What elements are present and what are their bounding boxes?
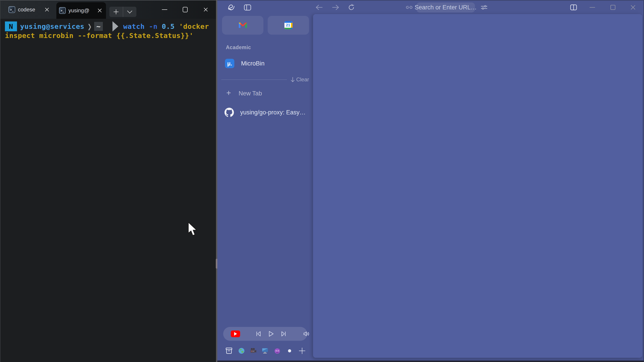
- arrow-down-icon: [290, 77, 295, 82]
- terminal-tab-label: yusing@: [68, 7, 90, 14]
- prompt-user-host: yusing@services: [20, 22, 84, 30]
- sidebar-toggle-icon[interactable]: [242, 1, 253, 14]
- tab-go-proxy[interactable]: yusing/go-proxy: Easy…: [222, 106, 308, 119]
- archived-tabs-icon[interactable]: [224, 344, 234, 358]
- plus-icon: +: [226, 88, 231, 98]
- terminal-tab-codese[interactable]: >_ codese: [6, 0, 53, 19]
- minimize-icon: [590, 7, 595, 7]
- gmail-icon: [238, 22, 247, 28]
- chevron-down-icon: [127, 8, 132, 13]
- command-value: 0.5: [162, 22, 175, 30]
- close-icon: [204, 7, 208, 12]
- workspace-movie-camera-icon[interactable]: [248, 344, 258, 358]
- browser-minimize-button[interactable]: [587, 1, 598, 14]
- workspace-label: Academic: [226, 44, 251, 50]
- workspace-devil-icon[interactable]: [272, 344, 282, 358]
- tab-actions-group: [109, 7, 136, 17]
- browser-toolbar: Search or Enter URL…: [217, 1, 644, 14]
- browser-sidebar: 21 Academic µ. MicroBin Clear + New: [217, 14, 313, 362]
- clear-tabs-button[interactable]: Clear: [290, 76, 309, 83]
- prompt-arrow-icon: [112, 21, 118, 31]
- clear-row: Clear: [222, 77, 309, 82]
- command-string: 'docker: [179, 22, 209, 30]
- terminal-body[interactable]: N yusing@services ❯ ~ watch -n 0.5 'dock…: [0, 19, 216, 362]
- terminal-tab-label: codese: [18, 6, 35, 13]
- browser-content-pane[interactable]: [313, 14, 642, 358]
- window-bottom-edge: [217, 360, 644, 362]
- workspace-current-indicator[interactable]: [285, 344, 294, 358]
- workspace-strip: [217, 344, 313, 358]
- reload-button[interactable]: [346, 1, 356, 14]
- url-bar[interactable]: Search or Enter URL…: [416, 2, 475, 12]
- terminal-prompt-line: N yusing@services ❯ ~ watch -n 0.5 'dock…: [5, 21, 209, 31]
- browser-window: Search or Enter URL…: [217, 0, 644, 362]
- section-divider: [222, 79, 287, 80]
- desktop: >_ codese >_ yusing@ N yusi: [0, 0, 644, 362]
- media-next-button[interactable]: [278, 327, 288, 341]
- play-triangle: [234, 332, 237, 336]
- calendar-date: 21: [285, 23, 291, 28]
- pinned-tab-title: MicroBin: [241, 60, 264, 67]
- page-settings-icon[interactable]: [479, 1, 489, 14]
- minimize-icon: [162, 9, 167, 10]
- command-word: watch: [123, 22, 145, 30]
- new-tab-button[interactable]: [109, 7, 123, 17]
- workspace-desktop-computer-icon[interactable]: [260, 344, 270, 358]
- volume-icon[interactable]: [302, 327, 312, 341]
- link-icon[interactable]: [404, 1, 414, 14]
- plus-icon: [114, 9, 118, 14]
- tab-dropdown-button[interactable]: [123, 7, 137, 17]
- forward-button[interactable]: [330, 1, 341, 14]
- tab-title: yusing/go-proxy: Easy…: [240, 109, 306, 116]
- github-favicon: [224, 108, 234, 117]
- tab-close-icon[interactable]: [98, 8, 102, 13]
- media-previous-button[interactable]: [254, 327, 264, 341]
- split-view-icon[interactable]: [568, 1, 579, 14]
- terminal-window-controls: [154, 0, 216, 19]
- url-placeholder: Search or Enter URL…: [414, 4, 477, 11]
- minimize-button[interactable]: [154, 0, 175, 19]
- prompt-separator-icon: ❯: [88, 21, 92, 31]
- spacer: [106, 21, 110, 31]
- new-tab-label: New Tab: [238, 90, 262, 97]
- google-calendar-icon: 21: [284, 21, 292, 29]
- browser-maximize-button[interactable]: [607, 1, 618, 14]
- sidebar-new-tab-button[interactable]: + New Tab: [222, 88, 308, 99]
- essential-gmail[interactable]: [222, 16, 264, 35]
- workspace-globe-icon[interactable]: [236, 344, 246, 358]
- microbin-favicon: µ.: [225, 59, 234, 68]
- pinned-tab-microbin[interactable]: µ. MicroBin: [222, 57, 308, 70]
- maximize-icon: [610, 5, 616, 10]
- mouse-cursor: [188, 222, 200, 237]
- browser-close-button[interactable]: [628, 1, 639, 14]
- windows-terminal-icon: >_: [8, 6, 15, 13]
- add-workspace-button[interactable]: [297, 344, 307, 358]
- media-play-button[interactable]: [266, 327, 276, 341]
- maximize-button[interactable]: [175, 0, 196, 19]
- command-string-wrapped: inspect microbin --format {{.State.Statu…: [5, 31, 194, 40]
- terminal-titlebar[interactable]: >_ codese >_ yusing@: [0, 0, 216, 19]
- plus-icon: [299, 348, 305, 354]
- prompt-cwd: ~: [94, 22, 103, 31]
- close-button[interactable]: [196, 0, 216, 19]
- youtube-icon[interactable]: [231, 331, 240, 337]
- windows-terminal-icon: >_: [59, 7, 66, 14]
- media-player: [223, 327, 307, 341]
- terminal-tab-yusing[interactable]: >_ yusing@: [56, 2, 106, 19]
- close-icon: [630, 5, 636, 10]
- clear-label: Clear: [296, 76, 309, 83]
- tab-close-icon[interactable]: [45, 7, 49, 12]
- dot-icon: [288, 349, 291, 353]
- prompt-os-badge: N: [5, 21, 17, 31]
- zen-logo-icon[interactable]: [226, 1, 236, 14]
- maximize-icon: [183, 7, 188, 12]
- essential-google-calendar[interactable]: 21: [268, 16, 309, 35]
- terminal-window: >_ codese >_ yusing@ N yusi: [0, 0, 216, 362]
- command-flag: -n: [149, 22, 158, 30]
- back-button[interactable]: [314, 1, 324, 14]
